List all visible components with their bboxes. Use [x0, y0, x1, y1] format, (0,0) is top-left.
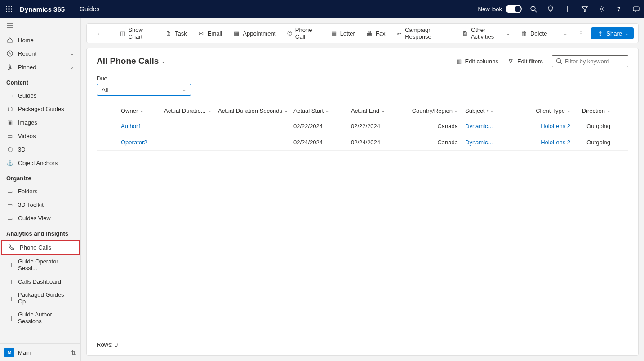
assistant-icon[interactable] [631, 4, 640, 13]
home-icon [6, 36, 13, 44]
filter-input-wrap[interactable] [552, 55, 628, 67]
delete-button[interactable]: 🗑Delete [516, 27, 552, 40]
view-selector[interactable]: All Phone Calls ⌄ [97, 56, 165, 66]
command-bar-right: ⋮ ⇪Share ⌄ [573, 27, 634, 40]
letter-button[interactable]: ▤Letter [326, 27, 360, 40]
sidebar-item-calls-dashboard[interactable]: ⫼Calls Dashboard [0, 275, 80, 288]
th-owner[interactable]: Owner⌄ [117, 107, 160, 114]
back-button[interactable]: ← [91, 27, 107, 40]
task-button[interactable]: 🗎Task [160, 27, 191, 40]
th-duration-seconds[interactable]: Actual Duration Seconds⌄ [214, 107, 290, 114]
sidebar-item-videos[interactable]: ▭Videos [0, 129, 80, 143]
sidebar-item-author-sessions[interactable]: ⫼Guide Author Sessions [0, 308, 80, 328]
topbar-right: New look [478, 4, 640, 13]
th-start[interactable]: Actual Start⌄ [290, 107, 347, 114]
help-icon[interactable] [614, 4, 623, 13]
share-icon: ⇪ [596, 30, 604, 37]
th-client-type[interactable]: Client Type⌄ [511, 107, 574, 114]
sidebar-item-3d[interactable]: ⬡3D [0, 143, 80, 156]
button-label: Task [175, 30, 187, 37]
lightbulb-icon[interactable] [546, 4, 555, 13]
hamburger-icon[interactable] [0, 18, 80, 33]
edit-columns-button[interactable]: ▥Edit columns [455, 58, 498, 65]
sidebar-item-operator-sessions[interactable]: ⫼Guide Operator Sessi... [0, 255, 80, 275]
th-subject[interactable]: Subject↑⌄ [462, 107, 511, 114]
filter-icon[interactable] [580, 4, 589, 13]
phone-call-button[interactable]: ✆Phone Call [282, 24, 324, 43]
sidebar-item-folders[interactable]: ▭Folders [0, 184, 80, 198]
sidebar-item-guides[interactable]: ▭Guides [0, 89, 80, 102]
sidebar-item-phone-calls[interactable]: Phone Calls [2, 241, 79, 254]
th-direction[interactable]: Direction⌄ [574, 107, 628, 114]
appointment-button[interactable]: ▦Appointment [228, 27, 280, 40]
area-switcher[interactable]: M Main ⇅ [0, 343, 80, 361]
cell-owner[interactable]: Operator2 [121, 139, 147, 146]
svg-rect-4 [9, 9, 10, 10]
folder-icon: ▭ [6, 187, 13, 195]
button-label: Other Activities [471, 27, 503, 40]
th-country[interactable]: Country/Region⌄ [405, 107, 462, 114]
sidebar-item-packaged-guides[interactable]: ⬡Packaged Guides [0, 102, 80, 116]
sidebar-item-images[interactable]: ▣Images [0, 116, 80, 129]
sidebar-item-packaged-guides-op[interactable]: ⫼Packaged Guides Op... [0, 288, 80, 308]
task-icon: 🗎 [165, 30, 172, 37]
share-button[interactable]: ⇪Share ⌄ [591, 27, 634, 39]
cell-direction: Outgoing [574, 123, 628, 129]
cell-client[interactable]: HoloLens 2 [541, 139, 570, 146]
search-icon[interactable] [529, 4, 538, 13]
toolkit-icon: ▭ [6, 201, 13, 208]
brand-label: Dynamics 365 [20, 5, 65, 13]
toggle-switch[interactable] [506, 5, 522, 13]
th-end[interactable]: Actual End⌄ [347, 107, 405, 114]
cell-country: Canada [405, 139, 462, 146]
fax-button[interactable]: 🖶Fax [361, 27, 390, 40]
table-row[interactable]: Operator2 02/24/2024 02/24/2024 Canada D… [97, 134, 628, 151]
overflow-button[interactable]: ⋮ [573, 27, 588, 40]
other-activities-button[interactable]: 🗎Other Activities ⌄ [458, 24, 514, 43]
gear-icon[interactable] [597, 4, 606, 13]
cell-subject[interactable]: Dynamic... [465, 139, 493, 146]
cell-owner[interactable]: Author1 [121, 123, 142, 129]
table-row[interactable]: Author1 02/22/2024 02/22/2024 Canada Dyn… [97, 118, 628, 134]
image-icon: ▣ [6, 119, 13, 126]
th-label: Subject [465, 107, 484, 114]
layout: Home Recent ⌄ Pinned ⌄ Content ▭Guides ⬡… [0, 18, 644, 361]
sidebar-item-guides-view[interactable]: ▭Guides View [0, 211, 80, 225]
sidebar-item-pinned[interactable]: Pinned ⌄ [0, 60, 80, 74]
th-label: Direction [582, 107, 605, 114]
cell-client[interactable]: HoloLens 2 [541, 123, 570, 129]
sidebar-item-object-anchors[interactable]: ⚓Object Anchors [0, 156, 80, 169]
more-dropdown[interactable]: ⌄ [559, 28, 572, 39]
sidebar-item-label: Home [18, 37, 34, 44]
sidebar-item-home[interactable]: Home [0, 33, 80, 47]
campaign-button[interactable]: ⤺Campaign Response [392, 24, 456, 43]
sidebar-item-3d-toolkit[interactable]: ▭3D Toolkit [0, 198, 80, 211]
button-label: Delete [530, 30, 547, 37]
chart-icon: ⫼ [6, 314, 13, 321]
email-button[interactable]: ✉Email [193, 27, 227, 40]
area-label: Main [18, 349, 31, 356]
chevron-down-icon: ⌄ [625, 31, 628, 36]
due-select[interactable]: All ⌄ [97, 84, 191, 96]
show-chart-button[interactable]: ◫Show Chart [115, 24, 159, 43]
new-look-toggle[interactable]: New look [478, 5, 522, 13]
add-icon[interactable] [563, 4, 572, 13]
main: ← ◫Show Chart 🗎Task ✉Email ▦Appointment … [81, 18, 644, 361]
sidebar-item-label: Phone Calls [20, 244, 51, 251]
sidebar-item-recent[interactable]: Recent ⌄ [0, 47, 80, 60]
button-label: Show Chart [128, 27, 154, 40]
phone-icon [8, 244, 15, 251]
th-duration[interactable]: Actual Duratio...⌄ [160, 107, 214, 114]
separator [555, 28, 555, 38]
app-launcher-icon[interactable] [4, 4, 14, 14]
th-label: Actual Duration Seconds [218, 107, 282, 114]
sidebar-item-label: Recent [18, 50, 36, 57]
view-icon: ▭ [6, 214, 13, 222]
cell-start: 02/24/2024 [290, 139, 347, 146]
new-look-label: New look [478, 6, 502, 13]
cell-subject[interactable]: Dynamic... [465, 123, 493, 129]
more-icon: ⋮ [578, 30, 584, 37]
filter-input[interactable] [565, 58, 624, 65]
sidebar-item-label: Videos [18, 133, 36, 139]
edit-filters-button[interactable]: ∇Edit filters [507, 58, 543, 65]
